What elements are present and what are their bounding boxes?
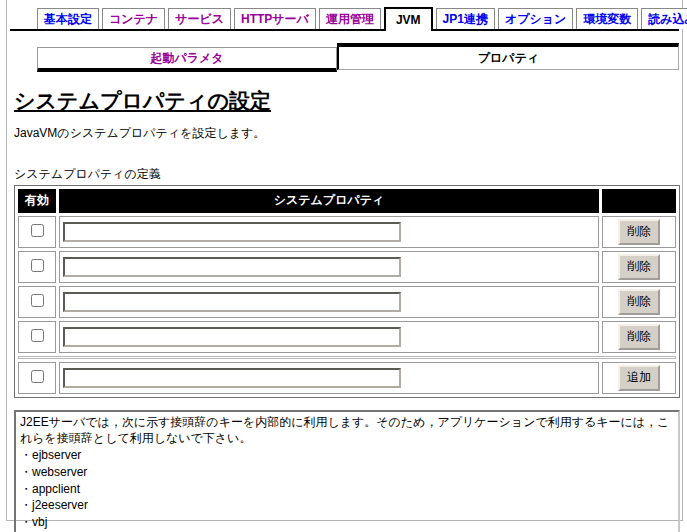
sub-tab-bar: 起動パラメタ プロパティ [10,43,679,72]
page-description: JavaVMのシステムプロパティを設定します。 [14,125,679,142]
table-row: 削除 [18,286,676,318]
delete-button[interactable]: 削除 [618,254,660,280]
table-row: 削除 [18,251,676,283]
separator [18,356,676,359]
system-property-table: 有効 システムプロパティ 削除 削除 削除 削除 [14,185,680,398]
notice-item: ・appclient [20,480,674,497]
delete-button[interactable]: 削除 [618,219,660,245]
table-header-row: 有効 システムプロパティ [18,189,676,213]
tab-env-vars[interactable]: 環境変数 [576,8,638,29]
notice-text: J2EEサーバでは，次に示す接頭辞のキーを内部的に利用します。そのため，アプリケ… [20,414,674,446]
subtab-startup-params[interactable]: 起動パラメタ [37,47,337,72]
row-enabled-checkbox[interactable] [31,294,44,307]
row-enabled-checkbox[interactable] [31,224,44,237]
bullet-glyph: ・ [20,515,32,529]
delete-button[interactable]: 削除 [618,289,660,315]
delete-button[interactable]: 削除 [618,324,660,350]
tab-basic-settings[interactable]: 基本設定 [37,8,99,29]
table-row: 削除 [18,321,676,353]
property-input[interactable] [63,222,401,242]
tab-operation-mgmt[interactable]: 運用管理 [319,8,381,29]
bullet-glyph: ・ [20,498,32,512]
property-input[interactable] [63,327,401,347]
page-title: システムプロパティの設定 [14,87,679,115]
tab-http-server[interactable]: HTTPサーバ [234,8,316,29]
content-frame: 基本設定 コンテナ サービス HTTPサーバ 運用管理 JVM JP1連携 オプ… [6,0,683,521]
tab-service[interactable]: サービス [168,8,231,29]
property-input[interactable] [63,368,401,388]
tab-jvm[interactable]: JVM [384,7,433,31]
notice-item: ・j2eeserver [20,496,674,513]
column-header-property: システムプロパティ [59,189,599,213]
tab-container[interactable]: コンテナ [102,8,165,29]
main-tab-bar: 基本設定 コンテナ サービス HTTPサーバ 運用管理 JVM JP1連携 オプ… [10,7,679,31]
property-input[interactable] [63,257,401,277]
notice-item: ・webserver [20,463,674,480]
notice-item: ・vbj [20,513,674,530]
bullet-glyph: ・ [20,448,32,462]
bullet-glyph: ・ [20,481,32,495]
column-header-action [602,189,676,213]
column-header-enabled: 有効 [18,189,56,213]
tab-jp1-link[interactable]: JP1連携 [436,8,495,29]
table-row-add: 追加 [18,362,676,394]
bullet-glyph: ・ [20,465,32,479]
subtab-properties[interactable]: プロパティ [337,43,679,70]
row-enabled-checkbox[interactable] [31,259,44,272]
tab-options[interactable]: オプション [498,8,573,29]
table-separator-row [18,356,676,359]
notice-box: J2EEサーバでは，次に示す接頭辞のキーを内部的に利用します。そのため，アプリケ… [14,410,680,532]
tab-load[interactable]: 読み込み [641,8,687,29]
row-enabled-checkbox[interactable] [31,370,44,383]
property-input[interactable] [63,292,401,312]
table-row: 削除 [18,216,676,248]
add-button[interactable]: 追加 [618,365,660,391]
row-enabled-checkbox[interactable] [31,329,44,342]
notice-item: ・ejbserver [20,446,674,463]
section-label: システムプロパティの定義 [14,166,679,183]
